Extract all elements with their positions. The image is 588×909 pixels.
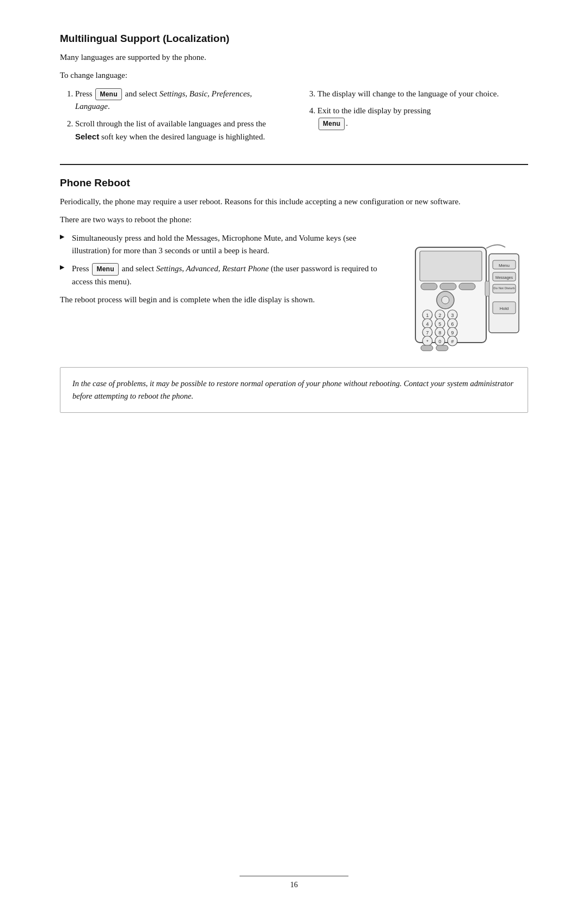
step-4: Exit to the idle display by pressing Men… bbox=[317, 105, 528, 130]
menu-button-3[interactable]: Menu bbox=[92, 263, 118, 276]
bullet2-italic: Settings, Advanced, Restart Phone bbox=[156, 264, 269, 273]
svg-text:6: 6 bbox=[451, 321, 454, 327]
svg-rect-32 bbox=[436, 345, 448, 351]
section1-title: Multilingual Support (Localization) bbox=[60, 33, 528, 45]
reboot-bullets: Simultaneously press and hold the Messag… bbox=[60, 232, 392, 289]
section1-col-left: Press Menu and select Settings, Basic, P… bbox=[60, 88, 286, 149]
section2-para3: The reboot process will begin and is com… bbox=[60, 294, 392, 306]
svg-text:0: 0 bbox=[438, 339, 441, 344]
page-footer: 16 bbox=[0, 876, 588, 889]
svg-text:*: * bbox=[426, 339, 428, 344]
bullet-1: Simultaneously press and hold the Messag… bbox=[60, 232, 392, 258]
section2-title: Phone Reboot bbox=[60, 177, 528, 189]
section-multilingual: Multilingual Support (Localization) Many… bbox=[60, 33, 528, 149]
svg-rect-1 bbox=[420, 251, 482, 281]
svg-text:Do Not Disturb: Do Not Disturb bbox=[493, 286, 515, 290]
svg-text:8: 8 bbox=[438, 330, 441, 335]
section2-para2: There are two ways to reboot the phone: bbox=[60, 213, 528, 226]
page-content: Multilingual Support (Localization) Many… bbox=[60, 0, 528, 456]
svg-text:5: 5 bbox=[438, 321, 441, 327]
menu-button-2[interactable]: Menu bbox=[318, 118, 345, 130]
section1-col-right-text: The display will change to the language … bbox=[302, 88, 528, 136]
bullet-2: Press Menu and select Settings, Advanced… bbox=[60, 263, 392, 288]
svg-text:#: # bbox=[451, 339, 454, 344]
svg-text:Messages: Messages bbox=[495, 276, 513, 280]
bullet-1-text: Simultaneously press and hold the Messag… bbox=[72, 234, 356, 255]
note-box: In the case of problems, it may be possi… bbox=[60, 367, 528, 413]
section1-intro1: Many languages are supported by the phon… bbox=[60, 51, 528, 64]
svg-rect-4 bbox=[459, 283, 475, 290]
step-1: Press Menu and select Settings, Basic, P… bbox=[75, 88, 286, 113]
svg-text:9: 9 bbox=[451, 330, 454, 335]
svg-text:Hold: Hold bbox=[499, 306, 508, 311]
svg-rect-3 bbox=[440, 283, 456, 290]
section2-para1: Periodically, the phone may require a us… bbox=[60, 196, 528, 208]
section1-steps: Press Menu and select Settings, Basic, P… bbox=[75, 88, 286, 144]
phone-diagram-svg: 1 2 3 4 5 6 7 8 bbox=[410, 237, 527, 352]
select-label: Select bbox=[75, 132, 99, 141]
note-text: In the case of problems, it may be possi… bbox=[72, 379, 513, 400]
page-number: 16 bbox=[290, 881, 298, 889]
section-phone-reboot: Phone Reboot Periodically, the phone may… bbox=[60, 177, 528, 413]
svg-text:2: 2 bbox=[438, 313, 441, 318]
svg-rect-31 bbox=[421, 345, 433, 351]
svg-text:4: 4 bbox=[426, 321, 428, 327]
section-divider bbox=[60, 164, 528, 165]
svg-text:3: 3 bbox=[451, 313, 454, 318]
svg-point-6 bbox=[442, 296, 449, 304]
menu-button-1[interactable]: Menu bbox=[95, 88, 121, 101]
section1-intro2: To change language: bbox=[60, 69, 528, 82]
svg-text:7: 7 bbox=[426, 330, 428, 335]
svg-rect-2 bbox=[421, 283, 437, 290]
footer-divider bbox=[240, 876, 348, 876]
section1-columns: Press Menu and select Settings, Basic, P… bbox=[60, 88, 528, 149]
phone-illustration: 1 2 3 4 5 6 7 8 bbox=[408, 232, 528, 352]
svg-rect-42 bbox=[485, 281, 489, 296]
svg-text:Menu: Menu bbox=[498, 263, 509, 268]
section1-steps-right: The display will change to the language … bbox=[317, 88, 528, 130]
step-2: Scroll through the list of available lan… bbox=[75, 118, 286, 144]
section2-col-left: Simultaneously press and hold the Messag… bbox=[60, 232, 392, 312]
section2-body: Simultaneously press and hold the Messag… bbox=[60, 232, 528, 352]
step-3: The display will change to the language … bbox=[317, 88, 528, 100]
svg-text:1: 1 bbox=[426, 313, 428, 318]
